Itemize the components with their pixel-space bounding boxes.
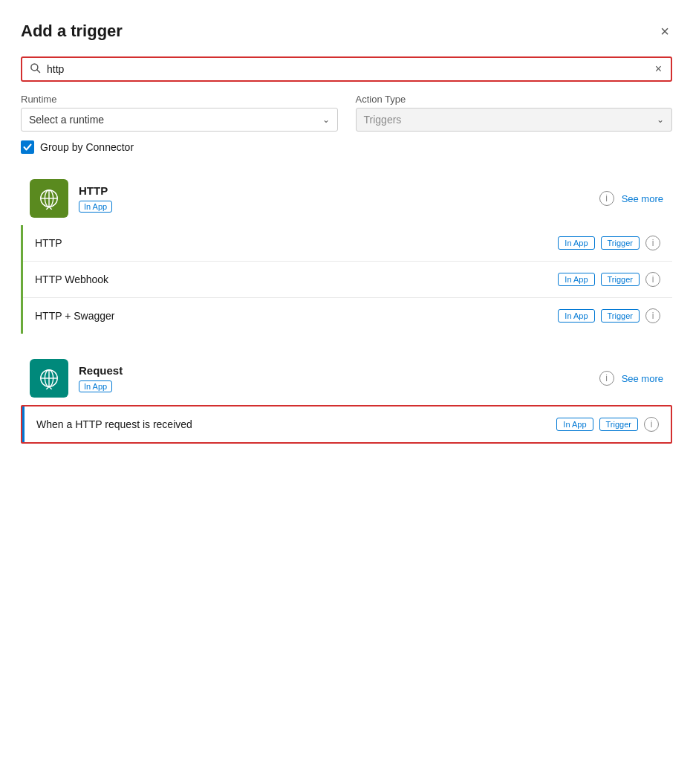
trigger-http-tag-inapp: In App xyxy=(558,236,594,250)
search-icon xyxy=(30,62,41,76)
request-see-more-button[interactable]: See more xyxy=(622,373,663,384)
trigger-http-info-icon[interactable]: i xyxy=(645,236,660,250)
selected-row-wrapper: When a HTTP request is received In App T… xyxy=(21,405,672,444)
http-connector-header: HTTP In App i See more xyxy=(21,172,672,225)
request-connector-actions: i See more xyxy=(599,371,663,386)
action-type-chevron-icon: ⌄ xyxy=(657,114,664,125)
runtime-label: Runtime xyxy=(21,94,338,105)
runtime-select[interactable]: Select a runtime ⌄ xyxy=(21,108,338,132)
request-info-icon[interactable]: i xyxy=(599,371,614,386)
trigger-swagger-actions: In App Trigger i xyxy=(558,308,660,323)
request-connector-info: Request In App xyxy=(79,364,663,392)
trigger-http-request-tag-inapp: In App xyxy=(556,418,593,431)
filters-row: Runtime Select a runtime ⌄ Action Type T… xyxy=(21,94,672,132)
search-clear-button[interactable]: × xyxy=(654,62,663,76)
http-connector-info: HTTP In App xyxy=(79,184,663,213)
runtime-select-value: Select a runtime xyxy=(29,114,104,126)
http-connector-badge: In App xyxy=(79,201,112,213)
http-trigger-rows: HTTP In App Trigger i HTTP Webhook In Ap… xyxy=(21,225,672,334)
action-type-select-value: Triggers xyxy=(364,114,402,126)
request-connector-icon xyxy=(30,359,68,398)
trigger-http-name: HTTP xyxy=(35,237,558,249)
group-by-row: Group by Connector xyxy=(21,140,672,154)
runtime-chevron-icon: ⌄ xyxy=(322,114,330,125)
svg-line-12 xyxy=(46,386,49,389)
http-info-icon[interactable]: i xyxy=(599,191,614,206)
trigger-webhook-actions: In App Trigger i xyxy=(558,272,660,287)
trigger-row-http-request[interactable]: When a HTTP request is received In App T… xyxy=(22,406,671,442)
action-type-label: Action Type xyxy=(356,94,673,105)
trigger-http-tag-trigger: Trigger xyxy=(601,236,640,250)
group-by-checkbox[interactable] xyxy=(21,140,34,154)
action-type-select[interactable]: Triggers ⌄ xyxy=(356,108,673,132)
trigger-http-actions: In App Trigger i xyxy=(558,236,660,250)
http-see-more-button[interactable]: See more xyxy=(622,193,663,204)
trigger-http-request-name: When a HTTP request is received xyxy=(36,418,556,430)
trigger-row-webhook[interactable]: HTTP Webhook In App Trigger i xyxy=(23,262,672,298)
trigger-swagger-tag-trigger: Trigger xyxy=(601,309,640,323)
add-trigger-dialog: Add a trigger × × Runtime Select a runti… xyxy=(0,0,693,784)
svg-line-7 xyxy=(49,207,52,210)
runtime-filter-group: Runtime Select a runtime ⌄ xyxy=(21,94,338,132)
request-connector-badge: In App xyxy=(79,380,112,392)
http-connector-name: HTTP xyxy=(79,184,663,197)
trigger-swagger-info-icon[interactable]: i xyxy=(645,308,660,323)
trigger-row-http[interactable]: HTTP In App Trigger i xyxy=(23,225,672,262)
dialog-header: Add a trigger × xyxy=(21,21,672,42)
trigger-webhook-name: HTTP Webhook xyxy=(35,273,558,285)
search-input[interactable] xyxy=(47,63,654,75)
trigger-http-request-tag-trigger: Trigger xyxy=(599,418,638,431)
connector-group-request: Request In App i See more When a HTTP re… xyxy=(21,351,672,444)
trigger-webhook-info-icon[interactable]: i xyxy=(645,272,660,287)
request-connector-header: Request In App i See more xyxy=(21,351,672,405)
http-connector-actions: i See more xyxy=(599,191,663,206)
trigger-row-swagger[interactable]: HTTP + Swagger In App Trigger i xyxy=(23,298,672,334)
trigger-swagger-name: HTTP + Swagger xyxy=(35,310,558,322)
action-type-filter-group: Action Type Triggers ⌄ xyxy=(356,94,673,132)
trigger-webhook-tag-trigger: Trigger xyxy=(601,273,640,286)
trigger-http-request-info-icon[interactable]: i xyxy=(644,417,659,432)
trigger-http-request-actions: In App Trigger i xyxy=(556,417,659,432)
search-box: × xyxy=(21,56,672,82)
svg-line-6 xyxy=(46,207,49,210)
connector-group-http: HTTP In App i See more HTTP In App Trigg… xyxy=(21,172,672,334)
close-button[interactable]: × xyxy=(657,21,672,42)
dialog-title: Add a trigger xyxy=(21,22,123,41)
request-connector-name: Request xyxy=(79,364,663,377)
trigger-swagger-tag-inapp: In App xyxy=(558,309,594,323)
trigger-webhook-tag-inapp: In App xyxy=(558,273,594,286)
svg-line-13 xyxy=(49,386,52,389)
svg-line-1 xyxy=(37,70,40,73)
group-by-label: Group by Connector xyxy=(40,141,134,153)
http-connector-icon xyxy=(30,179,68,218)
